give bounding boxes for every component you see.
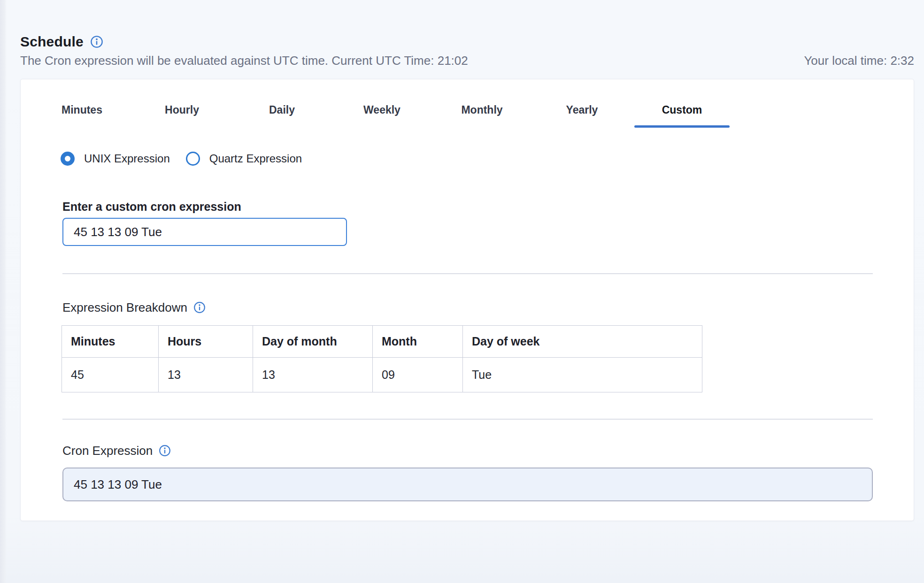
cron-expression-output[interactable] bbox=[62, 468, 873, 501]
table-row: 45 13 13 09 Tue bbox=[62, 358, 702, 392]
info-icon[interactable] bbox=[193, 301, 206, 314]
info-icon[interactable] bbox=[90, 35, 103, 48]
tab-minutes[interactable]: Minutes bbox=[32, 95, 132, 128]
tab-weekly[interactable]: Weekly bbox=[332, 95, 432, 128]
tab-yearly[interactable]: Yearly bbox=[532, 95, 632, 128]
tab-hourly[interactable]: Hourly bbox=[132, 95, 232, 128]
tab-monthly[interactable]: Monthly bbox=[432, 95, 532, 128]
table-header-cell: Day of week bbox=[463, 326, 702, 358]
tab-label: Yearly bbox=[566, 104, 598, 116]
tab-label: Minutes bbox=[62, 104, 102, 116]
table-header-cell: Hours bbox=[159, 326, 253, 358]
local-time-label: Your local time: 2:32 bbox=[804, 54, 914, 68]
page-left-edge-strip bbox=[0, 0, 7, 583]
schedule-card: Minutes Hourly Daily Weekly Monthly Year… bbox=[20, 79, 914, 521]
page-title: Schedule bbox=[20, 34, 84, 50]
section-divider bbox=[62, 273, 873, 274]
radio-selected-icon[interactable] bbox=[61, 152, 75, 166]
expression-breakdown-table: Minutes Hours Day of month Month Day of … bbox=[62, 325, 702, 392]
table-header-cell: Day of month bbox=[253, 326, 373, 358]
tab-label: Monthly bbox=[461, 104, 502, 116]
table-header-cell: Month bbox=[373, 326, 463, 358]
table-cell: Tue bbox=[463, 358, 702, 392]
expression-type-radio-group: UNIX Expression Quartz Expression bbox=[61, 151, 914, 166]
schedule-tab-bar: Minutes Hourly Daily Weekly Monthly Year… bbox=[32, 95, 914, 128]
tab-label: Daily bbox=[269, 104, 295, 116]
custom-cron-input-label: Enter a custom cron expression bbox=[62, 200, 914, 214]
radio-label: UNIX Expression bbox=[84, 152, 170, 165]
tab-daily[interactable]: Daily bbox=[232, 95, 332, 128]
radio-unselected-icon[interactable] bbox=[186, 152, 200, 166]
tab-label: Custom bbox=[662, 104, 702, 116]
table-cell: 13 bbox=[159, 358, 253, 392]
custom-cron-input[interactable] bbox=[62, 218, 347, 246]
utc-time-subtitle: The Cron expression will be evaluated ag… bbox=[20, 54, 468, 68]
table-cell: 45 bbox=[62, 358, 159, 392]
expression-breakdown-title: Expression Breakdown bbox=[62, 300, 187, 315]
info-icon[interactable] bbox=[159, 445, 171, 457]
table-cell: 09 bbox=[373, 358, 463, 392]
tab-label: Weekly bbox=[363, 104, 400, 116]
schedule-header: Schedule The Cron expression will be eva… bbox=[20, 33, 914, 68]
radio-label: Quartz Expression bbox=[209, 152, 302, 165]
active-tab-underline bbox=[634, 125, 730, 128]
tab-label: Hourly bbox=[165, 104, 199, 116]
table-header-cell: Minutes bbox=[62, 326, 159, 358]
table-header-row: Minutes Hours Day of month Month Day of … bbox=[62, 326, 702, 358]
table-cell: 13 bbox=[253, 358, 373, 392]
radio-unix-expression[interactable]: UNIX Expression bbox=[61, 152, 170, 166]
radio-quartz-expression[interactable]: Quartz Expression bbox=[186, 152, 302, 166]
cron-expression-title: Cron Expression bbox=[62, 444, 153, 458]
tab-custom[interactable]: Custom bbox=[632, 95, 732, 128]
section-divider bbox=[62, 419, 873, 420]
